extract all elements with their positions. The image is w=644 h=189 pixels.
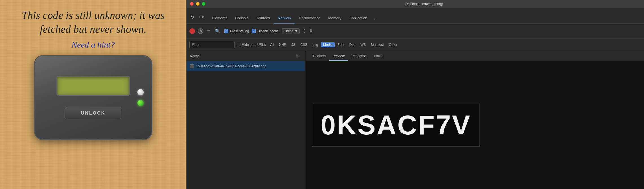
filter-type-media[interactable]: Media xyxy=(321,42,335,47)
disable-cache-checkbox[interactable]: ✓ xyxy=(252,29,256,33)
minimize-button[interactable] xyxy=(196,2,200,6)
tab-application[interactable]: Application xyxy=(345,13,371,23)
filter-type-other[interactable]: Other xyxy=(387,42,400,47)
import-icon[interactable]: ⇧ xyxy=(303,28,306,34)
search-icon[interactable]: 🔍 xyxy=(214,27,222,35)
webpage-panel: This code is still unknown; it was fetch… xyxy=(0,0,186,189)
network-list-items: 15044dd2-f2a0-4a1b-9601-bcea737289d2.png xyxy=(187,61,305,189)
filter-type-doc[interactable]: Doc xyxy=(347,42,358,47)
window-title: DevTools - crate.elfu.org/ xyxy=(208,2,641,6)
close-detail-button[interactable]: ✕ xyxy=(296,54,299,58)
maximize-button[interactable] xyxy=(202,2,205,6)
preview-area: 0KSACF7V xyxy=(306,61,644,189)
file-icon xyxy=(190,64,194,68)
tab-elements[interactable]: Elements xyxy=(208,13,231,23)
preserve-log-label[interactable]: ✓ Preserve log xyxy=(224,29,249,33)
throttle-select[interactable]: Online ▼ xyxy=(282,28,300,34)
page-main-text: This code is still unknown; it was fetch… xyxy=(16,8,170,36)
tab-console[interactable]: Console xyxy=(231,13,253,23)
filter-type-css[interactable]: CSS xyxy=(298,42,310,47)
network-list-pane: Name ✕ 15044dd2-f2a0-4a1b-9601-bcea73728… xyxy=(187,51,305,189)
disable-cache-label[interactable]: ✓ Disable cache xyxy=(252,29,279,33)
network-toolbar: ✕ ▿ 🔍 ✓ Preserve log ✓ Disable cache Onl… xyxy=(187,24,644,38)
filter-types: All XHR JS CSS Img Media Font Doc WS Man… xyxy=(268,42,400,47)
filter-type-js[interactable]: JS xyxy=(289,42,297,47)
record-button[interactable] xyxy=(189,28,195,34)
filter-bar: Hide data URLs All XHR JS CSS Img Media … xyxy=(187,38,644,51)
name-column-header: Name xyxy=(190,54,296,58)
filter-type-all[interactable]: All xyxy=(268,42,276,47)
network-list-header: Name ✕ xyxy=(187,51,305,61)
preview-image-text: 0KSACF7V xyxy=(321,109,471,141)
unlock-button[interactable]: UNLOCK xyxy=(65,107,121,119)
tab-headers[interactable]: Headers xyxy=(310,52,329,61)
detail-tabs: Headers Preview Response Timing xyxy=(306,51,644,61)
devtools-tab-bar: Elements Console Sources Network Perform… xyxy=(187,8,644,24)
tab-performance[interactable]: Performance xyxy=(295,13,324,23)
devtools-panel: DevTools - crate.elfu.org/ Elements Cons… xyxy=(186,0,644,189)
svg-rect-0 xyxy=(200,16,203,18)
hide-data-urls-label[interactable]: Hide data URLs xyxy=(237,43,266,47)
led-white xyxy=(137,89,144,95)
toolbar-icons xyxy=(189,13,206,21)
tab-response[interactable]: Response xyxy=(348,52,370,61)
svg-rect-1 xyxy=(203,16,204,18)
tab-memory[interactable]: Memory xyxy=(324,13,345,23)
preserve-log-checkbox[interactable]: ✓ xyxy=(224,29,228,33)
titlebar: DevTools - crate.elfu.org/ xyxy=(187,0,644,8)
hint-text[interactable]: Need a hint? xyxy=(71,40,115,50)
filter-type-ws[interactable]: WS xyxy=(358,42,368,47)
tab-sources[interactable]: Sources xyxy=(253,13,274,23)
led-green xyxy=(137,100,144,106)
clear-button[interactable]: ✕ xyxy=(198,28,203,34)
lock-screen-blur xyxy=(62,80,124,91)
tab-network[interactable]: Network xyxy=(274,13,295,23)
device-toggle-icon[interactable] xyxy=(198,13,206,21)
hide-data-urls-checkbox[interactable] xyxy=(237,43,240,46)
filter-type-manifest[interactable]: Manifest xyxy=(369,42,386,47)
tab-timing[interactable]: Timing xyxy=(370,52,387,61)
filter-input[interactable] xyxy=(189,41,235,48)
filter-type-font[interactable]: Font xyxy=(335,42,347,47)
filter-type-xhr[interactable]: XHR xyxy=(277,42,288,47)
filter-icon[interactable]: ▿ xyxy=(206,27,211,35)
devtools-tabs: Elements Console Sources Network Perform… xyxy=(208,13,642,23)
close-button[interactable] xyxy=(190,2,194,6)
filter-type-img[interactable]: Img xyxy=(310,42,320,47)
lock-device: UNLOCK xyxy=(34,55,152,140)
lock-screen xyxy=(56,76,130,96)
network-item-name: 15044dd2-f2a0-4a1b-9601-bcea737289d2.png xyxy=(196,64,266,68)
lock-leds xyxy=(137,89,144,106)
detail-pane: Headers Preview Response Timing 0KSACF7V xyxy=(306,51,644,189)
more-tabs-button[interactable]: » xyxy=(371,16,378,21)
export-icon[interactable]: ⇩ xyxy=(309,28,313,34)
devtools-main: Name ✕ 15044dd2-f2a0-4a1b-9601-bcea73728… xyxy=(187,51,644,189)
preview-image: 0KSACF7V xyxy=(312,104,480,147)
network-list-item[interactable]: 15044dd2-f2a0-4a1b-9601-bcea737289d2.png xyxy=(187,61,305,71)
inspect-icon[interactable] xyxy=(189,13,197,21)
tab-preview[interactable]: Preview xyxy=(329,52,348,61)
